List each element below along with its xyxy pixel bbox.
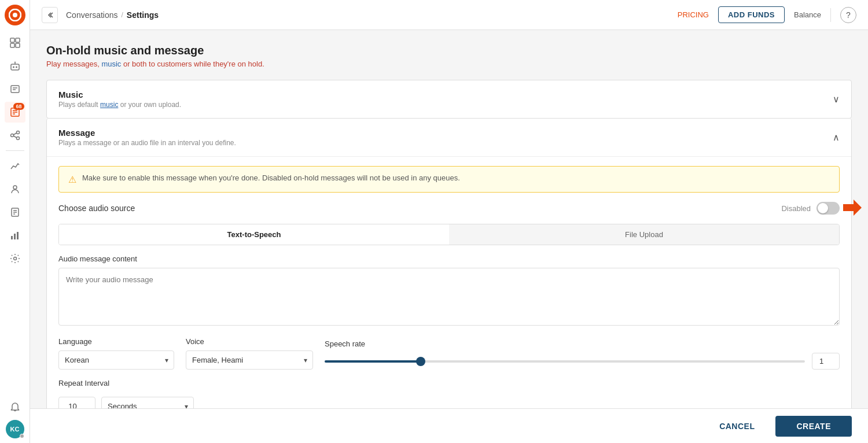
svg-point-10 <box>14 62 16 63</box>
disabled-label: Disabled <box>781 204 811 213</box>
speech-rate-label: Speech rate <box>325 339 840 348</box>
bottom-bar: CANCEL CREATE <box>30 408 868 443</box>
repeat-interval-unit-wrapper: Seconds Minutes <box>101 397 194 408</box>
repeat-interval-group: Repeat Interval Seconds Minutes <box>58 379 840 408</box>
sidebar-bottom: KC <box>5 397 25 438</box>
music-section-sub: Plays default music or your own upload. <box>58 101 181 109</box>
annotation-arrow <box>843 200 862 216</box>
sidebar-item-inbox[interactable]: 68 <box>5 102 25 123</box>
sidebar-item-notes[interactable] <box>5 202 25 223</box>
pricing-link[interactable]: PRICING <box>678 10 709 19</box>
page-title: On-hold music and message <box>46 44 852 57</box>
balance-label: Balance <box>794 10 821 19</box>
create-button[interactable]: CREATE <box>775 416 852 437</box>
svg-line-21 <box>13 133 16 135</box>
language-label: Language <box>58 337 174 346</box>
voice-group: Voice Female, Heami Male, Heami <box>186 337 313 370</box>
sidebar-item-settings[interactable] <box>5 248 25 269</box>
choose-audio-label: Choose audio source <box>58 204 135 213</box>
speech-rate-input[interactable] <box>812 353 840 370</box>
svg-point-8 <box>16 67 17 68</box>
message-section-title: Message <box>58 128 236 138</box>
svg-rect-6 <box>11 64 19 70</box>
voice-label: Voice <box>186 337 313 346</box>
inbox-badge: 68 <box>13 103 24 110</box>
speech-rate-group: Speech rate <box>325 339 840 370</box>
warning-banner: ⚠ Make sure to enable this message when … <box>58 166 840 193</box>
topbar-divider <box>830 8 831 22</box>
notifications-icon[interactable] <box>5 397 25 418</box>
message-section-sub: Plays a message or an audio file in an i… <box>58 139 236 147</box>
svg-point-18 <box>10 134 13 137</box>
speech-rate-slider-container <box>325 360 805 363</box>
music-section-title: Music <box>58 90 181 99</box>
sidebar-item-bot[interactable] <box>5 56 25 76</box>
page-subtitle: Play messages, music or both to customer… <box>46 60 852 68</box>
music-link[interactable]: music <box>101 60 121 68</box>
language-select-wrapper: Korean English Spanish <box>58 350 174 370</box>
content-area: On-hold music and message Play messages,… <box>30 30 868 408</box>
toggle-group: Disabled <box>781 202 840 215</box>
topbar-right: PRICING ADD FUNDS Balance ? <box>678 6 856 23</box>
message-section-title-group: Message Plays a message or an audio file… <box>58 128 236 147</box>
sidebar-item-flows[interactable] <box>5 125 25 146</box>
enable-toggle[interactable] <box>816 202 840 215</box>
message-section-body: ⚠ Make sure to enable this message when … <box>47 157 851 408</box>
svg-line-22 <box>13 136 16 138</box>
user-avatar[interactable]: KC <box>6 420 24 438</box>
speech-rate-thumb[interactable] <box>416 357 425 366</box>
sidebar-item-dashboard[interactable] <box>5 32 25 53</box>
language-group: Language Korean English Spanish <box>58 337 174 370</box>
breadcrumb-separator: / <box>122 11 123 19</box>
repeat-interval-label: Repeat Interval <box>58 379 840 387</box>
breadcrumb-parent[interactable]: Conversations <box>66 10 118 20</box>
help-button[interactable]: ? <box>840 7 856 23</box>
avatar-initials: KC <box>10 426 20 433</box>
breadcrumb-current: Settings <box>127 10 159 20</box>
svg-point-1 <box>13 13 17 17</box>
svg-marker-32 <box>843 200 862 216</box>
default-music-link[interactable]: music <box>100 101 118 109</box>
tab-file-upload[interactable]: File Upload <box>449 224 839 245</box>
svg-rect-4 <box>10 43 14 47</box>
sidebar: 68 <box>0 0 30 443</box>
svg-rect-5 <box>16 43 20 47</box>
svg-rect-29 <box>14 234 16 239</box>
topbar: Conversations / Settings PRICING ADD FUN… <box>30 0 868 30</box>
voice-select-wrapper: Female, Heami Male, Heami <box>186 350 313 370</box>
sidebar-divider <box>6 150 24 151</box>
audio-content-label: Audio message content <box>58 254 840 263</box>
cancel-button[interactable]: CANCEL <box>708 416 766 437</box>
audio-message-textarea[interactable] <box>58 268 840 326</box>
speech-rate-controls <box>325 353 840 370</box>
page-header: On-hold music and message Play messages,… <box>46 44 852 68</box>
language-select[interactable]: Korean English Spanish <box>58 350 174 370</box>
status-dot <box>20 434 24 438</box>
audio-source-row: Choose audio source Disabled <box>58 202 840 215</box>
music-section-title-group: Music Plays default music or your own up… <box>58 90 181 109</box>
message-section-header[interactable]: Message Plays a message or an audio file… <box>47 119 851 157</box>
sidebar-item-analytics[interactable] <box>5 156 25 176</box>
sidebar-item-team[interactable] <box>5 179 25 200</box>
repeat-interval-number-input[interactable] <box>58 397 95 408</box>
sidebar-item-reports[interactable] <box>5 225 25 246</box>
warning-icon: ⚠ <box>68 174 76 185</box>
repeat-interval-controls: Seconds Minutes <box>58 397 840 408</box>
music-section-header[interactable]: Music Plays default music or your own up… <box>47 80 851 118</box>
svg-rect-2 <box>10 38 14 42</box>
main-content: On-hold music and message Play messages,… <box>30 30 868 443</box>
question-mark: ? <box>846 10 851 20</box>
breadcrumb: Conversations / Settings <box>42 7 159 23</box>
audio-source-tabs: Text-to-Speech File Upload <box>58 224 840 245</box>
sidebar-item-contacts[interactable] <box>5 79 25 99</box>
voice-select[interactable]: Female, Heami Male, Heami <box>186 350 313 370</box>
svg-rect-3 <box>16 38 20 42</box>
tab-tts[interactable]: Text-to-Speech <box>59 224 449 245</box>
back-button[interactable] <box>42 7 58 23</box>
app-logo[interactable] <box>5 5 25 25</box>
repeat-interval-unit-select[interactable]: Seconds Minutes <box>101 397 194 408</box>
message-section: Message Plays a message or an audio file… <box>46 119 852 408</box>
svg-rect-30 <box>17 232 19 239</box>
music-collapse-icon: ∨ <box>833 94 840 105</box>
add-funds-button[interactable]: ADD FUNDS <box>718 6 785 23</box>
